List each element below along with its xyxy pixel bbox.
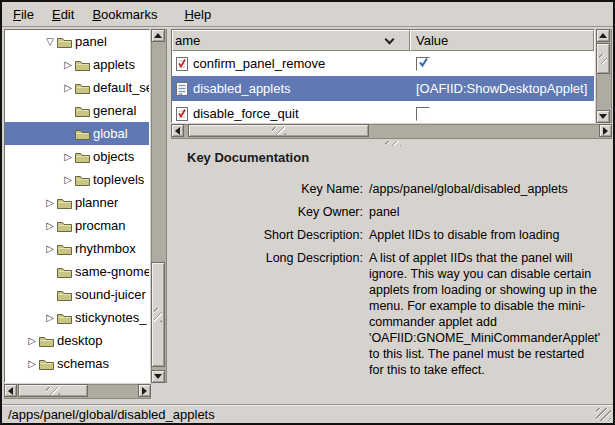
tree-item-sound-juicer[interactable]: sound-juicer — [5, 283, 149, 306]
folder-icon — [57, 36, 74, 48]
folder-icon — [39, 335, 56, 347]
tree-item-applets[interactable]: ▷ applets — [5, 53, 149, 76]
column-header-value[interactable]: Value — [410, 30, 594, 51]
scroll-left-button[interactable] — [171, 124, 184, 137]
scroll-up-button[interactable] — [596, 29, 610, 42]
tree-item-toplevels[interactable]: ▷ toplevels — [5, 168, 149, 191]
tree-item-procman[interactable]: ▷ procman — [5, 214, 149, 237]
arrow-left-icon — [171, 127, 180, 135]
sort-indicator-icon — [385, 35, 395, 45]
expander-closed-icon[interactable]: ▷ — [61, 60, 75, 70]
folder-icon — [75, 151, 92, 163]
docs-title: Key Documentation — [187, 150, 601, 165]
scrollbar-thumb[interactable] — [188, 124, 369, 137]
expander-closed-icon[interactable]: ▷ — [61, 175, 75, 185]
table-horizontal-scrollbar[interactable] — [171, 124, 612, 139]
key-table: ame Value confirm_panel_remove — [171, 29, 595, 123]
folder-icon — [75, 82, 92, 94]
boolean-key-icon — [176, 106, 193, 121]
tree-vertical-scrollbar[interactable] — [151, 29, 167, 383]
tree-item-general[interactable]: general — [5, 99, 149, 122]
table-header: ame Value — [172, 30, 594, 51]
folder-icon — [57, 289, 74, 301]
scroll-left-button[interactable] — [4, 384, 17, 397]
statusbar: /apps/panel/global/disabled_applets — [2, 404, 613, 423]
key-documentation-panel: Key Documentation Key Name: /apps/panel/… — [171, 148, 611, 404]
table-row[interactable]: disable_force_quit — [172, 101, 594, 123]
pane-splitter-handle[interactable] — [385, 141, 401, 146]
scroll-right-button[interactable] — [599, 124, 612, 137]
expander-closed-icon[interactable]: ▷ — [61, 152, 75, 162]
column-header-name[interactable]: ame — [172, 30, 410, 51]
tree-item-planner[interactable]: ▷ planner — [5, 191, 149, 214]
folder-icon — [57, 243, 74, 255]
folder-icon — [57, 312, 74, 324]
expander-open-icon[interactable]: ▽ — [43, 37, 57, 47]
table-row-selected[interactable]: disabled_applets [OAFIID:ShowDesktopAppl… — [172, 76, 594, 101]
arrow-down-icon — [599, 114, 607, 123]
main-area: ▽ panel ▷ applets ▷ default_se — [2, 27, 613, 404]
long-description-label: Long Description: — [187, 250, 363, 378]
tree-item-rhythmbox[interactable]: ▷ rhythmbox — [5, 237, 149, 260]
value-checkbox-unchecked[interactable] — [416, 107, 430, 121]
menu-bookmarks[interactable]: Bookmarks — [83, 4, 166, 25]
arrow-right-icon — [142, 387, 151, 395]
menu-file[interactable]: File — [4, 4, 43, 25]
boolean-key-icon — [176, 56, 193, 71]
scroll-down-button[interactable] — [596, 110, 610, 123]
tree-item-objects[interactable]: ▷ objects — [5, 145, 149, 168]
tree-item-panel[interactable]: ▽ panel — [5, 30, 149, 53]
tree-item-global-selected[interactable]: global — [5, 122, 149, 145]
expander-closed-icon[interactable]: ▷ — [43, 313, 57, 323]
menu-edit[interactable]: Edit — [43, 4, 83, 25]
key-owner-label: Key Owner: — [187, 204, 363, 220]
scroll-up-button[interactable] — [151, 29, 165, 42]
gconf-editor-window: File Edit Bookmarks Help ▽ panel ▷ apple… — [0, 0, 615, 425]
table-row[interactable]: confirm_panel_remove — [172, 51, 594, 76]
arrow-up-icon — [599, 29, 607, 38]
tree-item-desktop[interactable]: ▷ desktop — [5, 329, 149, 352]
menu-help[interactable]: Help — [175, 4, 220, 25]
tree-item-stickynotes[interactable]: ▷ stickynotes_ — [5, 306, 149, 329]
arrow-right-icon — [603, 127, 612, 135]
scrollbar-thumb[interactable] — [18, 384, 88, 397]
folder-icon — [57, 220, 74, 232]
tree-item-default-setup[interactable]: ▷ default_se — [5, 76, 149, 99]
statusbar-path: /apps/panel/global/disabled_applets — [8, 407, 215, 422]
key-owner-value: panel — [369, 204, 601, 220]
long-description-value: A list of applet IIDs that the panel wil… — [369, 250, 601, 378]
value-cell[interactable]: [OAFIID:ShowDesktopApplet] — [410, 81, 594, 96]
folder-icon — [75, 105, 92, 117]
expander-closed-icon[interactable]: ▷ — [25, 359, 39, 369]
folder-icon — [75, 128, 92, 140]
scroll-right-button[interactable] — [138, 384, 151, 397]
expander-closed-icon[interactable]: ▷ — [61, 83, 75, 93]
menubar: File Edit Bookmarks Help — [2, 2, 613, 27]
scroll-down-button[interactable] — [151, 370, 165, 383]
tree-item-schemas[interactable]: ▷ schemas — [5, 352, 149, 375]
folder-icon — [75, 174, 92, 186]
arrow-down-icon — [154, 374, 162, 383]
tree-item-same-gnome[interactable]: same-gnome — [5, 260, 149, 283]
config-tree: ▽ panel ▷ applets ▷ default_se — [4, 29, 150, 383]
scrollbar-thumb[interactable] — [151, 262, 165, 367]
list-key-icon — [176, 81, 193, 96]
expander-closed-icon[interactable]: ▷ — [43, 198, 57, 208]
short-description-label: Short Description: — [187, 227, 363, 243]
expander-closed-icon[interactable]: ▷ — [25, 336, 39, 346]
tree-horizontal-scrollbar[interactable] — [4, 384, 151, 399]
value-checkbox-checked[interactable] — [416, 57, 430, 71]
short-description-value: Applet IIDs to disable from loading — [369, 227, 601, 243]
scrollbar-thumb[interactable] — [596, 43, 610, 74]
expander-closed-icon[interactable]: ▷ — [43, 221, 57, 231]
folder-icon — [39, 358, 56, 370]
key-name-label: Key Name: — [187, 181, 363, 197]
folder-icon — [75, 59, 92, 71]
resize-grip[interactable] — [596, 408, 611, 421]
check-icon — [418, 57, 429, 71]
arrow-up-icon — [154, 29, 162, 38]
folder-icon — [57, 197, 74, 209]
expander-closed-icon[interactable]: ▷ — [43, 244, 57, 254]
arrow-left-icon — [4, 387, 13, 395]
table-vertical-scrollbar[interactable] — [596, 29, 612, 123]
